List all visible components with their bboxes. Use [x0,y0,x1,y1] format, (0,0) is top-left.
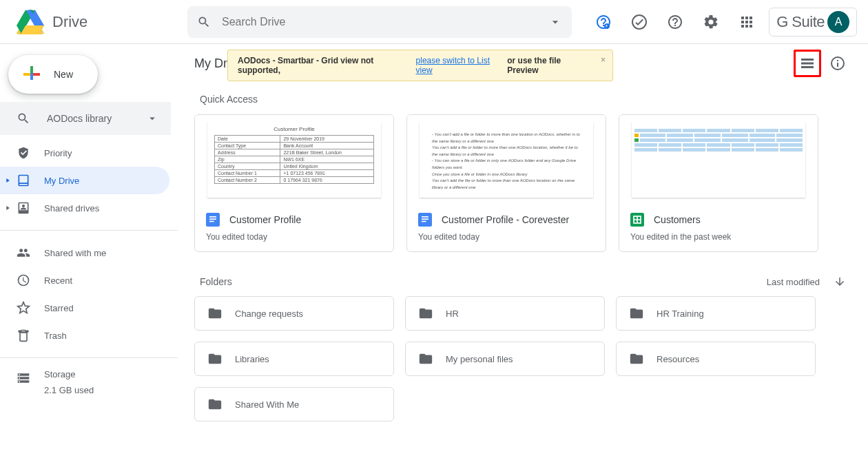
list-view-icon [799,55,816,72]
quick-access-card[interactable]: Customers You edited in the past week [619,114,818,252]
library-selector[interactable]: AODocs library [0,102,171,135]
storage-used: 2.1 GB used [44,385,94,395]
storage-section[interactable]: Storage 2.1 GB used [0,362,178,395]
folder-name: Libraries [235,354,269,364]
arrow-down-icon [834,275,846,288]
new-button-label: New [54,69,73,80]
folder-item[interactable]: Resources [616,342,816,376]
list-view-button[interactable] [794,50,821,77]
qa-subtitle: You edited today [206,232,382,242]
expand-icon[interactable] [4,177,11,184]
banner-suffix: or use the file Preview [507,56,593,75]
banner-link[interactable]: please switch to List view [416,56,508,75]
gsuite-label: G Suite [772,13,825,31]
svg-rect-8 [422,221,426,222]
nav-shared-drives[interactable]: Shared drives [0,194,169,222]
folder-item[interactable]: Change requests [194,296,394,331]
folder-item[interactable]: My personal files [405,342,605,376]
offline-ready-icon[interactable] [626,8,653,36]
folder-name: Shared With Me [235,399,299,410]
support-icon[interactable] [590,8,617,36]
nav-label: Starred [44,303,74,313]
banner-close-icon[interactable]: × [601,55,606,65]
my-drive-icon [17,174,30,187]
star-icon [17,301,30,315]
apps-grid-icon[interactable] [733,8,761,36]
nav-label: Recent [44,275,72,286]
settings-icon[interactable] [697,8,725,36]
folder-item[interactable]: HR Training [616,296,816,331]
nav-label: Trash [44,331,67,341]
folder-icon [629,306,644,321]
search-icon [17,112,30,125]
info-icon [829,55,846,72]
drive-logo-icon [17,8,44,36]
folder-name: HR [446,309,459,319]
account-avatar[interactable]: A [827,11,849,33]
new-button[interactable]: New [8,55,98,94]
shared-drives-icon [17,201,30,215]
folder-icon [207,397,223,412]
nav-my-drive[interactable]: My Drive [0,167,169,194]
doc-thumbnail: Customer Profile Date29 November 2019Con… [207,122,381,198]
folder-item[interactable]: Libraries [194,342,394,376]
trash-icon [17,329,30,342]
search-input[interactable] [222,16,537,28]
search-icon [197,15,211,29]
nav-label: My Drive [44,176,79,186]
folder-icon [418,306,433,321]
qa-title: Customer Profile - Corevester [442,214,569,225]
plus-icon [19,62,44,87]
nav-trash[interactable]: Trash [0,322,169,349]
sort-control[interactable]: Last modified [767,275,846,288]
details-button[interactable] [824,50,851,77]
doc-thumbnail: - You can't add a file or folder to more… [420,122,593,198]
qa-title: Customer Profile [229,214,301,225]
nav-priority[interactable]: Priority [0,139,169,167]
docs-icon [206,213,220,227]
sheet-thumbnail [632,122,805,198]
svg-rect-4 [209,221,214,222]
docs-icon [418,213,432,227]
sheets-icon [630,213,644,227]
folder-name: Change requests [235,309,303,319]
svg-rect-6 [422,216,428,218]
banner-prefix: AODocs - Smartbar - Grid view not suppor… [238,56,416,75]
nav-label: Shared drives [44,203,99,213]
folder-name: HR Training [657,309,704,319]
storage-icon [17,371,30,385]
search-options-icon[interactable] [548,15,562,29]
quick-access-card[interactable]: Customer Profile Date29 November 2019Con… [194,114,394,252]
library-label: AODocs library [47,113,130,124]
svg-rect-3 [209,218,216,220]
clock-icon [17,273,30,287]
nav-shared-with-me[interactable]: Shared with me [0,239,169,267]
storage-title: Storage [44,369,94,379]
qa-subtitle: You edited in the past week [630,232,807,242]
folder-icon [418,351,433,366]
qa-title: Customers [654,214,701,225]
quick-access-heading: Quick Access [200,94,851,105]
nav-label: Priority [44,148,72,158]
nav-recent[interactable]: Recent [0,267,169,294]
expand-icon[interactable] [4,205,11,211]
folder-icon [629,351,644,366]
app-title: Drive [52,13,87,31]
qa-subtitle: You edited today [418,232,595,242]
search-bar[interactable] [187,6,572,38]
folder-name: Resources [657,354,699,364]
folder-item[interactable]: HR [405,296,605,331]
people-icon [17,246,30,260]
priority-icon [17,146,30,160]
nav-starred[interactable]: Starred [0,294,169,322]
quick-access-card[interactable]: - You can't add a file or folder to more… [406,114,606,252]
sort-label: Last modified [767,277,820,287]
folder-name: My personal files [446,354,513,364]
chevron-down-icon [146,112,158,125]
nav-label: Shared with me [44,248,106,258]
help-icon[interactable] [661,8,689,36]
folder-item[interactable]: Shared With Me [194,387,394,421]
folders-heading: Folders [200,276,232,287]
gsuite-badge[interactable]: G Suite A [769,8,857,37]
folder-icon [207,351,223,366]
